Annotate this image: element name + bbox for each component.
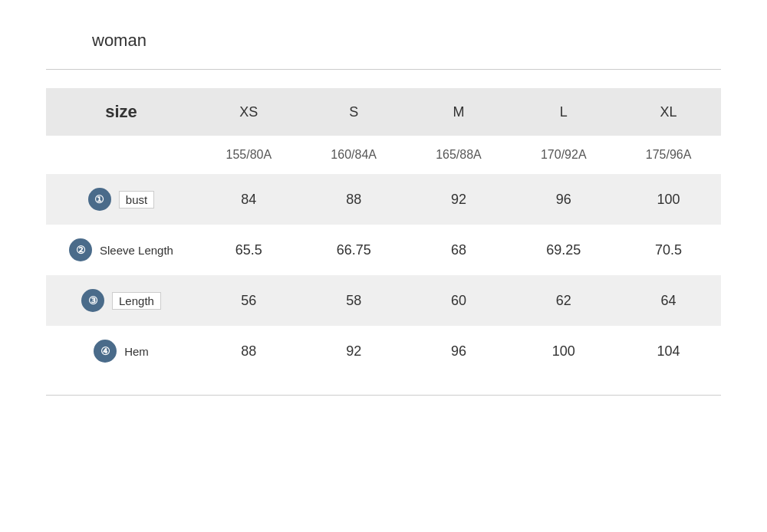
cell-row2-col0: 56 bbox=[196, 275, 301, 326]
cell-row2-col4: 64 bbox=[616, 275, 721, 326]
sub-header-l: 170/92A bbox=[511, 136, 616, 174]
sub-header-m: 165/88A bbox=[407, 136, 512, 174]
cell-row1-col0: 65.5 bbox=[196, 225, 301, 275]
sub-header-xl: 175/96A bbox=[616, 136, 721, 174]
cell-row2-col2: 60 bbox=[407, 275, 512, 326]
table-row: ③Length5658606264 bbox=[46, 275, 721, 326]
header-l: L bbox=[511, 88, 616, 136]
row-label-cell-0: ①bust bbox=[46, 174, 196, 225]
sub-header-s: 160/84A bbox=[301, 136, 407, 174]
table-header-row: size XS S M L XL bbox=[46, 88, 721, 136]
cell-row1-col3: 69.25 bbox=[511, 225, 616, 275]
table-row: ④Hem889296100104 bbox=[46, 326, 721, 376]
row-label-cell-2: ③Length bbox=[46, 275, 196, 326]
table-row: ②Sleeve Length65.566.756869.2570.5 bbox=[46, 225, 721, 275]
cell-row0-col4: 100 bbox=[616, 174, 721, 225]
row-label-text-3: Hem bbox=[124, 345, 149, 358]
cell-row1-col2: 68 bbox=[407, 225, 512, 275]
row-number-badge-2: ③ bbox=[81, 289, 104, 312]
row-label-text-2: Length bbox=[112, 292, 161, 310]
row-number-badge-3: ④ bbox=[94, 340, 117, 363]
cell-row2-col3: 62 bbox=[511, 275, 616, 326]
cell-row3-col0: 88 bbox=[196, 326, 301, 376]
cell-row1-col4: 70.5 bbox=[616, 225, 721, 275]
row-label-text-0: bust bbox=[119, 191, 154, 209]
cell-row3-col4: 104 bbox=[616, 326, 721, 376]
cell-row0-col3: 96 bbox=[511, 174, 616, 225]
size-label: size bbox=[46, 88, 196, 136]
cell-row0-col2: 92 bbox=[407, 174, 512, 225]
bottom-divider bbox=[46, 395, 721, 396]
header-xl: XL bbox=[616, 88, 721, 136]
row-label-text-1: Sleeve Length bbox=[100, 244, 173, 257]
header-xs: XS bbox=[196, 88, 301, 136]
header-s: S bbox=[301, 88, 407, 136]
row-number-badge-1: ② bbox=[69, 238, 92, 261]
cell-row3-col1: 92 bbox=[301, 326, 407, 376]
size-table: size XS S M L XL 155/80A 160/84A 165/88A… bbox=[46, 88, 721, 376]
sub-header-xs: 155/80A bbox=[196, 136, 301, 174]
header-m: M bbox=[407, 88, 512, 136]
cell-row0-col0: 84 bbox=[196, 174, 301, 225]
row-label-cell-1: ②Sleeve Length bbox=[46, 225, 196, 275]
cell-row3-col2: 96 bbox=[407, 326, 512, 376]
cell-row1-col1: 66.75 bbox=[301, 225, 407, 275]
row-number-badge-0: ① bbox=[88, 188, 111, 211]
sub-header-empty bbox=[46, 136, 196, 174]
cell-row0-col1: 88 bbox=[301, 174, 407, 225]
cell-row2-col1: 58 bbox=[301, 275, 407, 326]
table-row: ①bust84889296100 bbox=[46, 174, 721, 225]
title-divider bbox=[46, 69, 721, 70]
row-label-cell-3: ④Hem bbox=[46, 326, 196, 376]
sub-header-row: 155/80A 160/84A 165/88A 170/92A 175/96A bbox=[46, 136, 721, 174]
page-title: woman bbox=[92, 31, 721, 51]
cell-row3-col3: 100 bbox=[511, 326, 616, 376]
